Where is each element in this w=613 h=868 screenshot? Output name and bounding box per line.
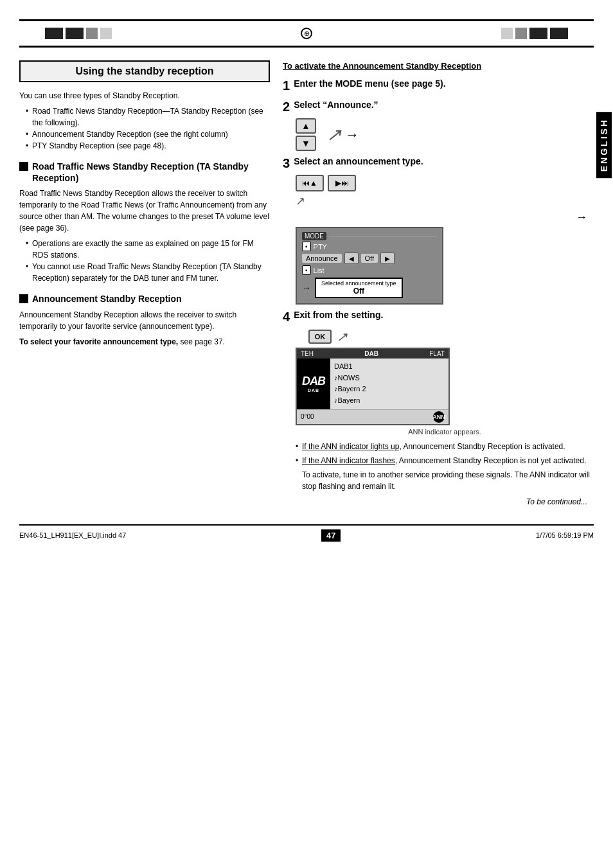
announcement-heading: Announcement Standby Reception	[32, 293, 182, 305]
announce-next-btn[interactable]: ▶	[380, 252, 395, 264]
ok-section: OK ↗	[296, 328, 594, 345]
page-footer: EN46-51_LH911[EX_EU]I.indd 47 47 1/7/05 …	[19, 524, 594, 545]
dab-body: DAB DAB DAB1 ♪NOWS ♪Bayern 2 ♪Bayern	[297, 359, 449, 409]
right-arrow-large-icon: →	[345, 127, 359, 143]
intro-bullet-1: Road Traffic News Standby Reception—TA S…	[26, 105, 270, 128]
selected-type-value: Off	[321, 287, 396, 296]
step-3-nav-buttons: ⏮▲ ▶⏭	[296, 175, 594, 191]
intro-bullet-list: Road Traffic News Standby Reception—TA S…	[19, 105, 270, 152]
page-number: 47	[321, 529, 341, 542]
ok-button[interactable]: OK	[308, 330, 332, 344]
dab-display: TEH DAB FLAT DAB DAB DAB1 ♪NOWS ♪Bayern …	[296, 348, 450, 425]
announcement-body: Announcement Standby Reception allows th…	[19, 309, 270, 332]
step-2-label: Select “Announce.”	[294, 100, 378, 110]
bar1	[45, 28, 63, 39]
step-2-btn-row: ▲ ▼ ↗ →	[296, 118, 594, 151]
ann-bullet-1: If the ANN indicator lights up, Announce…	[296, 441, 594, 452]
header-right-decoration	[501, 28, 568, 39]
news-label: ♪NOWS	[334, 373, 445, 384]
activate-heading-text: To activate the Announcement Standby Rec…	[283, 61, 481, 71]
left-column: Using the standby reception You can use …	[19, 60, 270, 511]
bar3	[86, 28, 98, 39]
curved-arrow-icon: ↗	[296, 194, 594, 208]
ann-badge: ANN	[433, 411, 445, 423]
road-traffic-bullet-list: Operations are exactly the same as expla…	[19, 238, 270, 284]
bar2	[66, 28, 84, 39]
main-content: Using the standby reception You can use …	[19, 60, 594, 511]
bar7	[529, 28, 547, 39]
footer-filename: EN46-51_LH911[EX_EU]I.indd 47	[19, 531, 126, 539]
step-2-row: 2 Select “Announce.”	[283, 100, 594, 114]
announcement-section-heading: Announcement Standby Reception	[19, 293, 270, 305]
section-black-square-2	[19, 294, 28, 303]
pty-icon: ▪	[302, 242, 311, 251]
dab-logo: DAB DAB	[297, 359, 330, 409]
mode-row: MODE	[302, 232, 437, 240]
bar8	[550, 28, 568, 39]
step-3-number: 3	[283, 156, 290, 171]
step-3-row: 3 Select an announcement type.	[283, 156, 594, 171]
dab-footer: 0°00 ANN	[297, 409, 449, 424]
prev-btn[interactable]: ⏮▲	[296, 175, 324, 191]
bar5	[501, 28, 513, 39]
announce-row: Announce ◀ Off ▶	[302, 252, 437, 264]
road-traffic-section-heading: Road Traffic News Standby Reception (TA …	[19, 161, 270, 184]
main-section-title: Using the standby reception	[30, 66, 259, 77]
selected-type-arrow-icon: →	[302, 283, 311, 293]
step-2-buttons: ▲ ▼ ↗ →	[296, 118, 594, 151]
ok-curved-arrow-icon: ↗	[337, 329, 348, 344]
announcement-select-rest: see page 37.	[178, 337, 225, 346]
section-black-square-1	[19, 162, 28, 171]
page-header: ⊕	[19, 19, 594, 48]
arrow-down-button[interactable]: ▼	[296, 136, 316, 151]
selected-type-row: → Selected announcement type Off	[302, 278, 437, 298]
selected-type-label: Selected announcement type	[321, 280, 396, 287]
road-traffic-bullet-2: You cannot use Road Traffic News Standby…	[26, 261, 270, 284]
intro-bullet-2: Announcement Standby Reception (see the …	[26, 128, 270, 140]
to-be-continued: To be continued...	[283, 497, 594, 506]
step-1-row: 1 Enter the MODE menu (see page 5).	[283, 78, 594, 93]
step-1-label: Enter the MODE menu (see page 5).	[294, 78, 446, 89]
ann-bullet-2-underline: If the ANN indicator flashes,	[302, 456, 397, 465]
dab1-label: DAB1	[334, 361, 445, 373]
ann-bullet-1-rest: Announcement Standby Reception is activa…	[402, 442, 565, 451]
dab-logo-text: DAB	[302, 375, 325, 388]
dab-top-label: DAB	[364, 350, 378, 357]
teh-label: TEH	[301, 350, 314, 357]
next-btn[interactable]: ▶⏭	[328, 175, 356, 191]
footer-date: 1/7/05 6:59:19 PM	[536, 531, 594, 539]
right-column: ENGLISH To activate the Announcement Sta…	[283, 60, 594, 511]
road-traffic-heading: Road Traffic News Standby Reception (TA …	[32, 161, 270, 184]
ann-indicator-text: ANN indicator appears.	[296, 428, 594, 436]
step-1-number: 1	[283, 78, 290, 93]
mode-label: MODE	[302, 232, 326, 240]
bar6	[515, 28, 527, 39]
dab-channels: DAB1 ♪NOWS ♪Bayern 2 ♪Bayern	[330, 359, 449, 409]
ann-bullet-2: If the ANN indicator flashes, Announceme…	[296, 455, 594, 492]
road-traffic-body: Road Traffic News Standby Reception allo…	[19, 188, 270, 234]
dab-top-bar: TEH DAB FLAT	[297, 349, 449, 359]
road-traffic-bullet-1: Operations are exactly the same as expla…	[26, 238, 270, 261]
step-4-row: 4 Exit from the setting.	[283, 310, 594, 324]
dab-small-text: DAB	[308, 388, 319, 393]
list-label: List	[314, 267, 324, 274]
announce-prev-btn[interactable]: ◀	[344, 252, 359, 264]
announce-label: Announce	[302, 254, 342, 263]
announcement-select-bold: To select your favorite announcement typ…	[19, 337, 178, 346]
pty-label: PTY	[314, 243, 327, 251]
ann-bullet-2-rest: Announcement Standby Reception is not ye…	[397, 456, 586, 465]
right-arrow-icon: →	[283, 211, 594, 224]
step-4-label: Exit from the setting.	[294, 310, 383, 320]
arrow-up-button[interactable]: ▲	[296, 118, 316, 134]
bar4	[100, 28, 112, 39]
list-row: ▪ List	[302, 265, 437, 275]
announcement-select-text: To select your favorite announcement typ…	[19, 336, 270, 348]
time-label: 0°00	[301, 413, 314, 420]
bayernb-label: ♪Bayern	[334, 395, 445, 407]
step-3-display: MODE ▪ PTY Announce ◀ Off ▶ ▪ List → Sel…	[296, 227, 443, 305]
ann-bullet-2-extra: To activate, tune in to another service …	[302, 469, 594, 492]
activate-heading: To activate the Announcement Standby Rec…	[283, 60, 594, 72]
ann-bullet-1-underline: If the ANN indicator lights up,	[302, 442, 402, 451]
step-3-label: Select an announcement type.	[294, 156, 423, 166]
english-sidebar-label: ENGLISH	[596, 112, 612, 178]
